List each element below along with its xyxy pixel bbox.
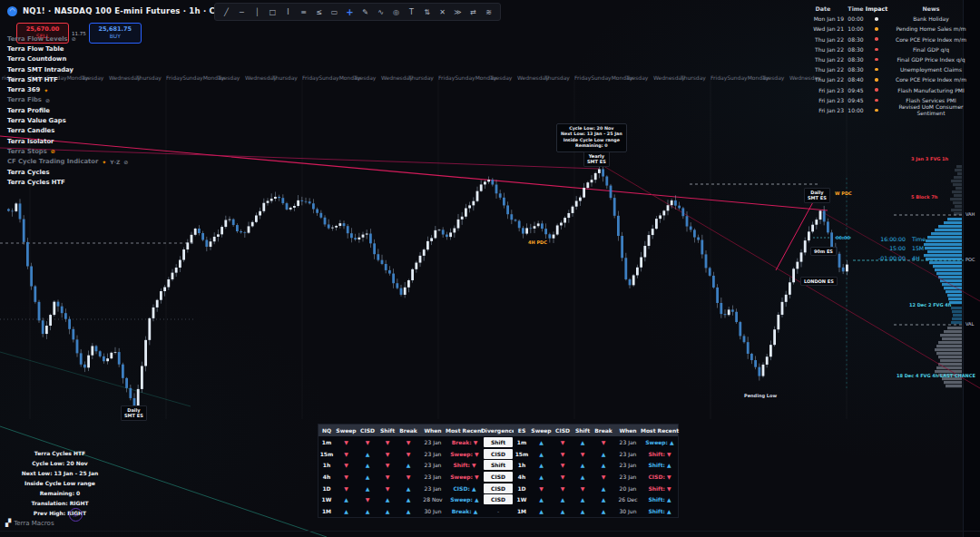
projection-tool[interactable]: ⇄ [466,5,481,19]
timeframe-label: 15m [318,448,335,460]
most-recent-cell: CISD: ▲ [446,483,483,494]
when-cell: 23 Jan [419,459,446,471]
signal-arrow-icon: ▼ [530,483,553,494]
vertical-line-tool[interactable]: │ [250,5,265,19]
timeframe-label: 4h [514,471,530,483]
replay-button[interactable]: ≫ [69,508,83,522]
impact-dot-icon [867,64,886,74]
pitchfork-tool[interactable]: ≤ [311,5,327,19]
when-cell: 23 Jan [419,448,446,460]
axis-level-label: POC [965,257,975,262]
price-range-tool[interactable]: Ⅰ [280,5,296,19]
symbol-logo-icon[interactable]: ◠ [7,6,17,16]
xabcd-pattern-tool[interactable]: ✕ [435,5,450,19]
trading-platform-window: { "header": { "symbol_title": "NQ1! · NA… [0,0,980,537]
signal-arrow-icon: ▲ [530,471,553,483]
horizontal-line-tool[interactable]: ─ [234,5,250,19]
news-cell: Thu Jan 22 [802,44,844,54]
indicator-item[interactable]: Terra Cycles [7,167,128,177]
when-cell: 30 Jun [614,505,642,517]
indicator-item[interactable]: Terra SMT HTF [7,74,128,84]
indicator-item[interactable]: CF Cycle Trading Indicator✦Y·Z⊘ [7,157,128,167]
news-cell: 09:45 [844,85,867,95]
indicator-item[interactable]: Terra Flow Table [7,44,128,54]
indicator-item[interactable]: Terra SMT Intraday [7,64,128,74]
news-cell: Thu Jan 22 [802,34,844,44]
timeframe-label: 1W [318,493,335,505]
news-cell: Thu Jan 22 [802,64,844,74]
indicator-item[interactable]: Terra Flow Levels⊘ [7,34,128,44]
matrix-header: CISD [358,425,377,436]
parallel-channel-tool[interactable]: ≡ [296,5,311,19]
matrix-header: When [614,425,642,436]
signal-arrow-icon: ▲ [593,505,614,517]
badge-icon[interactable]: ✦ [44,87,48,93]
most-recent-cell: Sweep: ▲ [642,436,678,448]
when-cell: 30 Jun [419,505,446,517]
indicator-item[interactable]: Terra Stops⊘ [7,146,128,156]
matrix-header: Break [593,425,614,436]
eye-off-icon[interactable]: ⊘ [72,35,76,42]
session-day-label: FridaySundayMonday [166,74,224,81]
impact-dot-icon [867,54,886,64]
matrix-header: Shift [377,425,397,436]
timeframe-label: 1M [514,505,530,517]
signal-arrow-icon: ▲ [553,493,573,505]
session-day-label: FridaySundayMonday [710,74,769,81]
indicator-item[interactable]: Terra Fibs⊘ [7,95,128,105]
news-cell: Thu Jan 22 [802,54,844,64]
most-recent-cell: Sweep: ▼ [446,448,483,460]
signal-arrow-icon: ▲ [530,459,553,471]
brush-tool[interactable]: ✎ [358,5,373,19]
impact-dot-icon [867,105,886,115]
impact-dot-icon [867,85,886,95]
news-cell: Fri Jan 23 [802,95,844,105]
signal-arrow-icon: ▲ [530,505,553,517]
bar-pattern-tool[interactable]: ⇅ [419,5,435,19]
eye-off-icon[interactable]: ⊘ [51,148,55,154]
callout-tool[interactable]: ▭ [327,5,342,19]
news-cell: Final GDP Price Index q/q [886,54,976,64]
session-day-label: Thursday [408,74,434,81]
most-recent-cell: Shift: ▲ [642,505,678,517]
indicator-item[interactable]: Terra 369✦ [7,84,128,94]
forecast-tool[interactable]: ≫ [450,5,466,19]
wave-tool[interactable]: ∿ [373,5,388,19]
news-cell: 10:00 [844,105,867,115]
signal-arrow-icon: ▲ [593,448,614,460]
signal-arrow-icon: ▼ [358,436,377,448]
trend-line-tool[interactable]: ╱ [219,5,234,19]
signal-arrow-icon: ▼ [377,459,397,471]
rectangle-tool[interactable]: □ [265,5,280,19]
signal-arrow-icon: ▼ [593,471,614,483]
indicator-item[interactable]: Terra Profile [7,105,128,115]
crosshair-tool[interactable]: + [342,5,358,19]
news-cell: Revised UoM Consumer Sentiment [886,105,976,115]
session-day-label: FridaySundayMonday [438,74,496,81]
signal-arrow-icon: ▲ [358,471,377,483]
eye-off-icon[interactable]: ⊘ [45,97,50,103]
news-cell: Final GDP q/q [886,44,976,54]
indicator-item[interactable]: Terra Candles [7,126,128,136]
fib-circle-tool[interactable]: ◎ [388,5,404,19]
text-tool[interactable]: T [404,5,419,19]
matrix-header: ES [514,425,530,436]
brand-footer: ▞ Terra Macros [5,519,54,527]
news-cell: Wed Jan 21 [802,24,844,34]
signal-arrow-icon: ▼ [377,436,397,448]
paw-icon[interactable]: ✦ [102,159,106,165]
divergence-cell: CISD [484,494,513,504]
indicator-item[interactable]: Terra Isolator [7,136,128,146]
yz-label[interactable]: Y·Z [110,159,120,165]
indicator-item[interactable]: Terra Cycles HTF [7,177,128,187]
session-day-label: Thursday [272,74,298,81]
signal-arrow-icon: ▲ [573,459,593,471]
volume-profile-tool[interactable]: ≋ [481,5,496,19]
eye-off-icon[interactable]: ⊘ [123,159,128,165]
indicator-item[interactable]: Terra Countdown [7,54,128,64]
session-day-label: Tuesday [354,74,376,81]
signal-arrow-icon: ▼ [553,436,573,448]
matrix-header: Divergence [483,425,514,436]
indicator-item[interactable]: Terra Value Gaps [7,115,128,125]
symbol-title[interactable]: NQ1! · NASDAQ 100 E-mini Futures · 1h · … [23,6,229,15]
